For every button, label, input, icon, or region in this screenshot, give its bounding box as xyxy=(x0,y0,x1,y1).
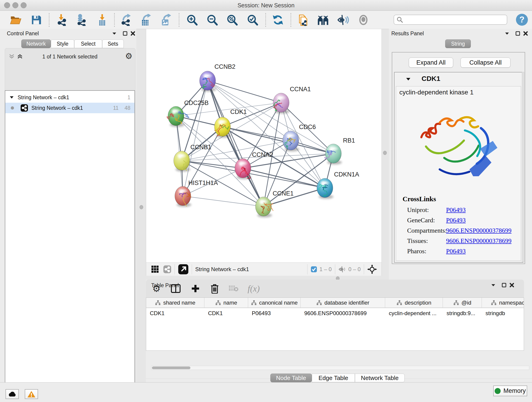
search-input[interactable] xyxy=(403,16,503,23)
panel-menu-icon[interactable] xyxy=(491,283,496,287)
control-panel-title: Control Panel xyxy=(7,31,39,37)
zoom-in-button[interactable] xyxy=(186,13,198,26)
tab-edge-table[interactable]: Edge Table xyxy=(312,374,355,382)
table-cell[interactable]: stringdb xyxy=(482,308,524,318)
crosslink-label: Compartments: xyxy=(407,227,446,234)
float-panel-icon[interactable] xyxy=(501,282,507,288)
column-header--id[interactable]: @id xyxy=(443,298,482,307)
collection-count: 1 xyxy=(127,95,130,101)
expand-all-button[interactable]: Expand All xyxy=(409,57,453,68)
hide-selected-button[interactable] xyxy=(336,13,349,26)
network-collection-row[interactable]: String Network – cdk1 1 xyxy=(5,92,134,103)
close-panel-icon[interactable] xyxy=(523,31,528,36)
fit-content-button[interactable] xyxy=(226,13,239,26)
show-all-button[interactable] xyxy=(357,13,370,26)
open-folder-icon xyxy=(10,14,22,26)
crosslink-row: Uniprot:P06493 xyxy=(407,205,517,215)
export-image-button[interactable] xyxy=(159,13,172,26)
section-collapse-icon[interactable] xyxy=(405,77,411,81)
column-header-shared-name[interactable]: shared name xyxy=(146,298,204,307)
column-header-canonical-name[interactable]: canonical name xyxy=(248,298,301,307)
column-header-database-identifier[interactable]: database identifier xyxy=(301,298,385,307)
collection-collapse-icon[interactable] xyxy=(9,96,14,99)
crosslink-link[interactable]: 9606.ENSP00000378699 xyxy=(446,237,511,245)
network-canvas[interactable]: CCNB2CCNA1CDC25BCDK1CDC6RB1CCNB1CCNA2CDK… xyxy=(146,29,381,262)
new-network-from-selection-button[interactable] xyxy=(297,13,309,26)
save-session-button[interactable] xyxy=(30,13,43,26)
scrollbar-thumb[interactable] xyxy=(152,366,190,369)
close-panel-icon[interactable] xyxy=(130,31,136,36)
table-cell[interactable]: 9606.ENSP00000378699 xyxy=(301,308,385,318)
tab-node-table[interactable]: Node Table xyxy=(270,374,312,382)
table-panel: Table Panel ⚙ f(x) shared namenamecanoni… xyxy=(146,280,532,382)
table-cell[interactable]: P06493 xyxy=(248,308,301,318)
float-panel-icon[interactable] xyxy=(515,31,520,36)
import-table-file-button[interactable] xyxy=(96,13,109,26)
zoom-out-button[interactable] xyxy=(206,13,219,26)
column-header-name[interactable]: name xyxy=(204,298,248,307)
node-table[interactable]: shared namenamecanonical namedatabase id… xyxy=(146,298,524,351)
memory-button[interactable]: Memory xyxy=(493,385,527,396)
delete-column-trash-icon[interactable] xyxy=(210,283,219,294)
add-column-icon[interactable] xyxy=(191,284,200,293)
network-share-icon[interactable] xyxy=(163,265,171,274)
results-scrollbar[interactable] xyxy=(522,72,524,262)
help-button[interactable]: ? xyxy=(516,14,528,26)
first-neighbors-button[interactable] xyxy=(317,13,330,26)
birdseye-grid-icon[interactable] xyxy=(151,265,159,273)
crosslink-label: Pharos: xyxy=(407,248,446,255)
panel-menu-icon[interactable] xyxy=(112,32,117,35)
table-cell[interactable]: cyclin-dependent ... xyxy=(385,308,443,318)
open-session-button[interactable] xyxy=(9,13,22,26)
node-label-CCNE1: CCNE1 xyxy=(273,190,294,197)
function-builder-button[interactable]: f(x) xyxy=(248,283,260,294)
crosslink-row: GeneCard:P06493 xyxy=(407,215,517,225)
tab-network[interactable]: Network xyxy=(21,39,51,48)
export-image-icon xyxy=(160,14,172,26)
delete-table-icon[interactable] xyxy=(228,285,239,293)
selected-checkbox-icon[interactable] xyxy=(311,266,317,273)
cloud-services-button[interactable] xyxy=(6,389,19,399)
network-row[interactable]: String Network – cdk1 11 48 xyxy=(5,103,134,113)
right-splitter-handle[interactable] xyxy=(383,151,387,155)
collapse-all-button[interactable]: Collapse All xyxy=(461,57,510,68)
float-panel-icon[interactable] xyxy=(122,31,128,36)
column-header-label: database identifier xyxy=(324,300,369,306)
search-field[interactable] xyxy=(394,15,507,25)
warnings-button[interactable] xyxy=(25,389,38,399)
column-header-description[interactable]: description xyxy=(385,298,443,307)
table-row[interactable]: CDK1CDK1P064939606.ENSP00000378699cyclin… xyxy=(146,308,524,318)
open-in-window-button[interactable] xyxy=(178,264,189,274)
expand-all-networks-icon[interactable] xyxy=(17,53,23,60)
refresh-view-button[interactable] xyxy=(272,13,284,26)
crosslink-link[interactable]: P06493 xyxy=(446,248,466,255)
export-network-button[interactable] xyxy=(120,13,133,26)
table-cell[interactable]: stringdb:9... xyxy=(443,308,482,318)
import-network-database-button[interactable] xyxy=(75,13,88,26)
node-label-CCNA2: CCNA2 xyxy=(252,151,273,158)
tab-select[interactable]: Select xyxy=(74,39,102,48)
table-horizontal-scrollbar[interactable] xyxy=(151,366,529,370)
table-cell[interactable]: CDK1 xyxy=(204,308,248,318)
panel-menu-icon[interactable] xyxy=(505,32,510,35)
main-toolbar: ? xyxy=(0,11,532,29)
hidden-eye-slash-icon[interactable] xyxy=(338,266,346,273)
crosslink-link[interactable]: P06493 xyxy=(446,217,466,224)
pan-crosshair-icon[interactable] xyxy=(367,264,377,274)
crosslink-link[interactable]: 9606.ENSP00000378699 xyxy=(446,227,511,234)
column-header-namespace[interactable]: namespace xyxy=(482,298,524,307)
status-bar: Memory xyxy=(0,382,532,402)
table-cell[interactable]: CDK1 xyxy=(146,308,204,318)
crosslink-link[interactable]: P06493 xyxy=(446,206,466,214)
close-panel-icon[interactable] xyxy=(509,282,515,288)
network-options-gear-icon[interactable]: ⚙ xyxy=(125,51,133,61)
tab-network-table[interactable]: Network Table xyxy=(355,374,405,382)
import-network-file-button[interactable] xyxy=(56,13,68,26)
tab-string[interactable]: String xyxy=(445,39,471,48)
zoom-selected-button[interactable] xyxy=(246,13,259,26)
collapse-all-networks-icon[interactable] xyxy=(8,53,15,60)
tab-style[interactable]: Style xyxy=(51,39,74,48)
export-table-button[interactable] xyxy=(139,13,152,26)
left-splitter-handle[interactable] xyxy=(139,205,143,209)
tab-sets[interactable]: Sets xyxy=(102,39,124,48)
